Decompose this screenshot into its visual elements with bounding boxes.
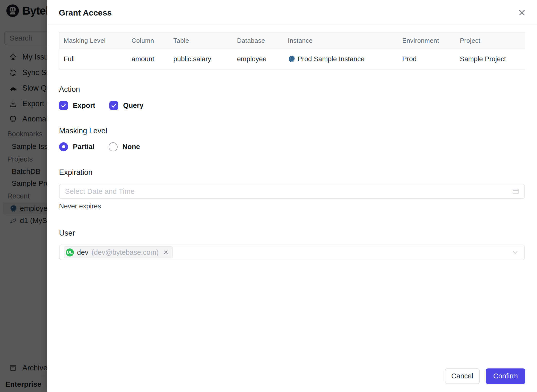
table-header-row: Masking Level Column Table Database Inst… — [59, 33, 525, 49]
check-icon — [111, 102, 117, 109]
masking-level-options: Partial None — [59, 141, 140, 153]
user-select[interactable]: DE dev (dev@bytebase.com) — [59, 245, 525, 260]
export-label: Export — [73, 102, 95, 110]
partial-label: Partial — [73, 143, 95, 151]
query-label: Query — [123, 102, 144, 110]
expiration-heading: Expiration — [59, 168, 93, 177]
query-checkbox[interactable] — [109, 101, 118, 110]
col-header-environment: Environment — [398, 33, 456, 49]
col-header-instance: Instance — [284, 33, 398, 49]
col-header-database: Database — [233, 33, 284, 49]
chevron-down-icon[interactable] — [511, 248, 519, 256]
grant-access-modal: Grant Access Masking Level Column Table … — [47, 0, 537, 392]
action-heading: Action — [59, 85, 80, 94]
col-header-column: Column — [127, 33, 169, 49]
cell-environment: Prod — [398, 49, 456, 69]
none-label: None — [122, 143, 140, 151]
masking-policy-table: Masking Level Column Table Database Inst… — [59, 32, 525, 69]
cell-project: Sample Project — [456, 49, 525, 69]
modal-title: Grant Access — [59, 8, 112, 17]
export-checkbox[interactable] — [59, 101, 68, 110]
calendar-icon — [512, 188, 519, 195]
action-options: Export Query — [59, 100, 144, 111]
confirm-button[interactable]: Confirm — [486, 368, 525, 384]
user-email: (dev@bytebase.com) — [92, 248, 159, 256]
instance-name: Prod Sample Instance — [298, 55, 365, 63]
export-option[interactable]: Export — [59, 101, 95, 110]
none-radio[interactable] — [109, 142, 118, 151]
col-header-masking-level: Masking Level — [59, 33, 127, 49]
cell-instance: Prod Sample Instance — [284, 49, 398, 69]
none-option[interactable]: None — [109, 142, 140, 151]
expiration-date-input[interactable] — [59, 184, 525, 199]
check-icon — [61, 102, 67, 109]
cell-database: employee — [233, 49, 284, 69]
close-icon[interactable] — [518, 8, 526, 17]
col-header-project: Project — [456, 33, 525, 49]
cell-table: public.salary — [169, 49, 233, 69]
user-name: dev — [77, 248, 88, 256]
table-row: Full amount public.salary employee Prod … — [59, 49, 525, 69]
postgresql-icon — [288, 55, 295, 63]
expiration-field — [59, 184, 525, 199]
modal-footer: Cancel Confirm — [47, 360, 537, 392]
modal-header: Grant Access — [47, 0, 537, 25]
remove-user-icon[interactable] — [163, 249, 169, 256]
cell-masking-level: Full — [59, 49, 127, 69]
expiration-note: Never expires — [59, 202, 101, 210]
masking-level-heading: Masking Level — [59, 127, 107, 135]
avatar: DE — [66, 248, 74, 256]
user-tag: DE dev (dev@bytebase.com) — [64, 246, 173, 258]
user-heading: User — [59, 229, 75, 238]
col-header-table: Table — [169, 33, 233, 49]
cell-column: amount — [127, 49, 169, 69]
partial-radio[interactable] — [59, 142, 68, 151]
cancel-button[interactable]: Cancel — [445, 368, 480, 384]
query-option[interactable]: Query — [109, 101, 144, 110]
partial-option[interactable]: Partial — [59, 142, 95, 151]
